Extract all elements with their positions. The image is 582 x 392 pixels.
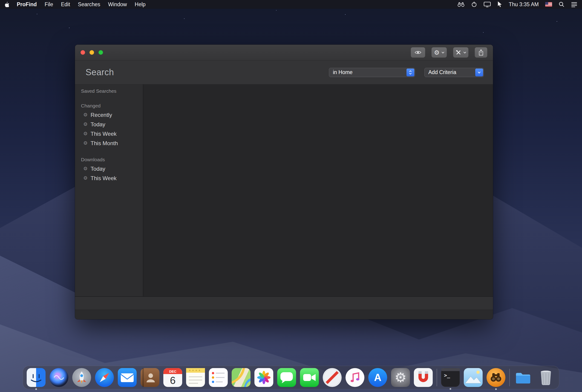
running-indicator [495, 388, 497, 390]
saved-searches-sidebar: Saved Searches Changed ⚙ Recently ⚙ Toda… [75, 84, 143, 296]
chevron-down-icon [477, 71, 481, 74]
tools-icon [456, 50, 462, 56]
terminal-prompt-glyph: >_ [444, 372, 450, 378]
title-bar[interactable]: ⚙ [75, 45, 493, 60]
saved-search-label: This Week [91, 131, 117, 137]
saved-search-recently[interactable]: ⚙ Recently [75, 110, 143, 120]
profind-window: ⚙ Search [75, 45, 493, 319]
status-bar [75, 296, 493, 310]
dock-separator [436, 369, 437, 386]
profind-dock-icon[interactable] [486, 368, 506, 387]
no-entry-icon[interactable] [323, 368, 342, 387]
share-icon [478, 49, 484, 56]
messages-icon[interactable] [277, 368, 296, 387]
search-view-title: Search [86, 68, 114, 77]
popup-chevron-cap [475, 68, 483, 76]
share-button[interactable] [474, 47, 488, 58]
dock-separator [509, 369, 510, 386]
finder-icon[interactable] [27, 368, 46, 387]
close-button[interactable] [80, 50, 85, 55]
facetime-icon[interactable] [300, 368, 319, 387]
actions-button[interactable]: ⚙ [431, 47, 447, 58]
gear-icon: ⚙ [434, 50, 440, 56]
tools-button[interactable] [453, 47, 468, 58]
menu-window[interactable]: Window [108, 2, 127, 8]
notification-center-icon[interactable] [571, 1, 578, 8]
menu-file[interactable]: File [45, 2, 53, 8]
app-store-letter: A [374, 372, 382, 383]
app-menu-title[interactable]: ProFind [17, 2, 37, 8]
downloads-folder-icon[interactable] [514, 368, 532, 387]
saved-search-downloads-today[interactable]: ⚙ Today [75, 164, 143, 174]
reminders-icon[interactable] [209, 368, 228, 387]
toolbar: ⚙ [410, 47, 488, 58]
preview-icon[interactable] [464, 368, 482, 387]
calendar-month-label: DEC [163, 370, 182, 373]
maps-icon[interactable] [232, 368, 250, 387]
saved-search-label: This Week [91, 175, 117, 182]
apple-menu-icon[interactable] [4, 1, 9, 8]
scope-popup[interactable]: in Home [329, 68, 415, 77]
flag-canton [545, 2, 548, 4]
minimize-button[interactable] [90, 50, 94, 55]
chevron-down-icon [442, 52, 444, 54]
chevron-down-icon [463, 52, 466, 54]
calendar-day-label: 6 [163, 374, 182, 387]
add-criteria-value: Add Criteria [428, 69, 456, 76]
saved-search-today[interactable]: ⚙ Today [75, 120, 143, 129]
popup-stepper [406, 68, 414, 76]
notes-icon[interactable] [186, 368, 205, 387]
siri-icon[interactable] [50, 368, 68, 387]
pointer-cursor-icon [497, 1, 502, 8]
gear-icon: ⚙ [394, 371, 406, 384]
safari-icon[interactable] [95, 368, 114, 387]
calendar-icon[interactable]: DEC 6 [163, 368, 182, 387]
launchpad-icon[interactable] [72, 368, 91, 387]
sidebar-section-changed: Changed [75, 103, 143, 109]
up-down-chevrons-icon [408, 70, 412, 75]
app-store-icon[interactable]: A [368, 368, 387, 387]
contacts-icon[interactable] [140, 368, 160, 387]
preview-button[interactable] [410, 47, 425, 58]
saved-search-label: Today [91, 121, 105, 128]
display-icon[interactable] [484, 1, 491, 8]
zoom-button[interactable] [98, 50, 103, 55]
binoculars-icon[interactable] [457, 1, 465, 8]
gear-icon: ⚙ [83, 141, 88, 146]
gear-icon: ⚙ [83, 112, 88, 117]
add-criteria-popup[interactable]: Add Criteria [424, 68, 484, 77]
menu-searches[interactable]: Searches [78, 2, 100, 8]
gear-icon: ⚙ [83, 131, 88, 136]
scope-popup-value: in Home [333, 69, 353, 76]
search-header: Search in Home Add Criteria [75, 60, 493, 84]
gear-icon: ⚙ [83, 176, 88, 180]
sidebar-title: Saved Searches [75, 88, 143, 94]
saved-search-this-month[interactable]: ⚙ This Month [75, 138, 143, 148]
menu-edit[interactable]: Edit [61, 2, 70, 8]
mail-icon[interactable] [118, 368, 137, 387]
path-bar [75, 310, 493, 319]
menu-bar-clock[interactable]: Thu 3:35 AM [509, 2, 539, 8]
power-status-icon[interactable] [471, 1, 477, 8]
saved-search-this-week[interactable]: ⚙ This Week [75, 129, 143, 138]
terminal-icon[interactable]: >_ [441, 368, 460, 387]
input-source-us-flag-icon[interactable] [545, 2, 552, 7]
saved-search-downloads-this-week[interactable]: ⚙ This Week [75, 174, 143, 183]
saved-search-label: Recently [91, 112, 112, 118]
spotlight-search-icon[interactable] [558, 1, 564, 8]
trash-icon[interactable] [536, 368, 555, 387]
running-indicator [36, 388, 37, 390]
traffic-lights [80, 50, 103, 55]
photos-icon[interactable] [254, 368, 273, 387]
dock: DEC 6 A ⚙ >_ [23, 366, 559, 389]
gear-icon: ⚙ [83, 166, 88, 171]
gear-icon: ⚙ [83, 122, 88, 127]
running-indicator [450, 388, 451, 390]
itunes-icon[interactable] [346, 368, 364, 387]
saved-search-label: Today [91, 166, 105, 172]
menu-help[interactable]: Help [135, 2, 146, 8]
magnet-icon[interactable] [414, 368, 433, 387]
menu-bar: ProFind File Edit Searches Window Help T… [0, 0, 582, 9]
system-preferences-icon[interactable]: ⚙ [391, 368, 410, 387]
saved-search-label: This Month [91, 140, 118, 146]
